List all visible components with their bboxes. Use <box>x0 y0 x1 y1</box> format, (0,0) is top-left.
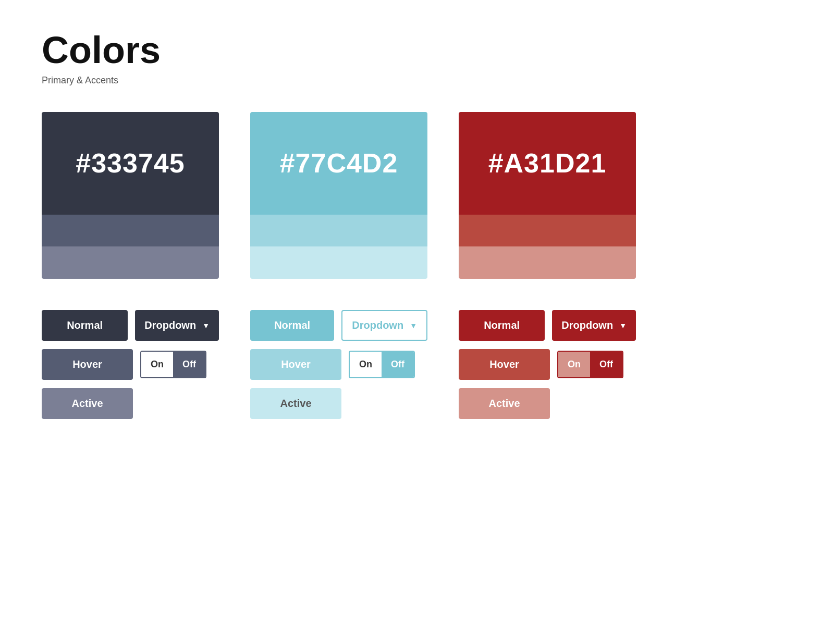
btn-row-teal-normal: Normal Dropdown ▼ <box>250 310 427 341</box>
swatch-teal-mid <box>250 215 427 247</box>
btn-row-dark-normal: Normal Dropdown ▼ <box>42 310 219 341</box>
toggle-dark: On Off <box>140 351 206 378</box>
dropdown-arrow-icon: ▼ <box>202 321 210 330</box>
btn-dark-dropdown[interactable]: Dropdown ▼ <box>135 310 219 341</box>
swatch-dark: #333745 <box>42 112 219 279</box>
dropdown-red-label: Dropdown <box>561 319 613 331</box>
toggle-teal-on[interactable]: On <box>350 352 382 377</box>
btn-red-normal[interactable]: Normal <box>459 310 545 341</box>
btn-dark-active[interactable]: Active <box>42 388 133 419</box>
toggle-red: On Off <box>557 351 623 378</box>
page-title: Colors <box>42 31 792 69</box>
btn-row-red-hover: Hover On Off <box>459 349 636 380</box>
toggle-red-on[interactable]: On <box>558 352 590 377</box>
btn-group-dark: Normal Dropdown ▼ Hover On Off Active <box>42 310 219 419</box>
btn-row-teal-hover: Hover On Off <box>250 349 427 380</box>
dropdown-label: Dropdown <box>144 319 196 331</box>
swatch-dark-top: #333745 <box>42 112 219 215</box>
swatch-teal: #77C4D2 <box>250 112 427 279</box>
btn-teal-active[interactable]: Active <box>250 388 341 419</box>
swatch-dark-hex: #333745 <box>76 147 185 179</box>
toggle-teal-off[interactable]: Off <box>382 352 414 377</box>
btn-row-red-normal: Normal Dropdown ▼ <box>459 310 636 341</box>
btn-row-red-active: Active <box>459 388 636 419</box>
swatch-red-bot <box>459 246 636 279</box>
toggle-dark-off[interactable]: Off <box>173 352 205 377</box>
swatch-teal-hex: #77C4D2 <box>280 147 398 179</box>
page-subtitle: Primary & Accents <box>42 75 792 86</box>
btn-group-teal: Normal Dropdown ▼ Hover On Off Active <box>250 310 427 419</box>
btn-row-dark-active: Active <box>42 388 219 419</box>
dropdown-teal-label: Dropdown <box>352 319 403 331</box>
swatch-red-mid <box>459 215 636 247</box>
swatch-red-top: #A31D21 <box>459 112 636 215</box>
btn-red-hover[interactable]: Hover <box>459 349 550 380</box>
btn-row-dark-hover: Hover On Off <box>42 349 219 380</box>
btn-teal-dropdown[interactable]: Dropdown ▼ <box>341 310 427 341</box>
toggle-red-off[interactable]: Off <box>590 352 622 377</box>
swatch-red-hex: #A31D21 <box>488 147 607 179</box>
button-groups: Normal Dropdown ▼ Hover On Off Active No… <box>42 310 792 419</box>
swatch-dark-bot <box>42 246 219 279</box>
btn-row-teal-active: Active <box>250 388 427 419</box>
btn-red-dropdown[interactable]: Dropdown ▼ <box>552 310 636 341</box>
btn-red-active[interactable]: Active <box>459 388 550 419</box>
color-swatches: #333745 #77C4D2 #A31D21 <box>42 112 792 279</box>
dropdown-red-arrow-icon: ▼ <box>619 321 627 330</box>
swatch-red: #A31D21 <box>459 112 636 279</box>
btn-teal-hover[interactable]: Hover <box>250 349 341 380</box>
dropdown-teal-arrow-icon: ▼ <box>410 321 417 330</box>
btn-dark-normal[interactable]: Normal <box>42 310 128 341</box>
toggle-dark-on[interactable]: On <box>141 352 173 377</box>
toggle-teal: On Off <box>349 351 415 378</box>
btn-dark-hover[interactable]: Hover <box>42 349 133 380</box>
btn-group-red: Normal Dropdown ▼ Hover On Off Active <box>459 310 636 419</box>
swatch-dark-mid <box>42 215 219 247</box>
swatch-teal-top: #77C4D2 <box>250 112 427 215</box>
swatch-teal-bot <box>250 246 427 279</box>
btn-teal-normal[interactable]: Normal <box>250 310 334 341</box>
